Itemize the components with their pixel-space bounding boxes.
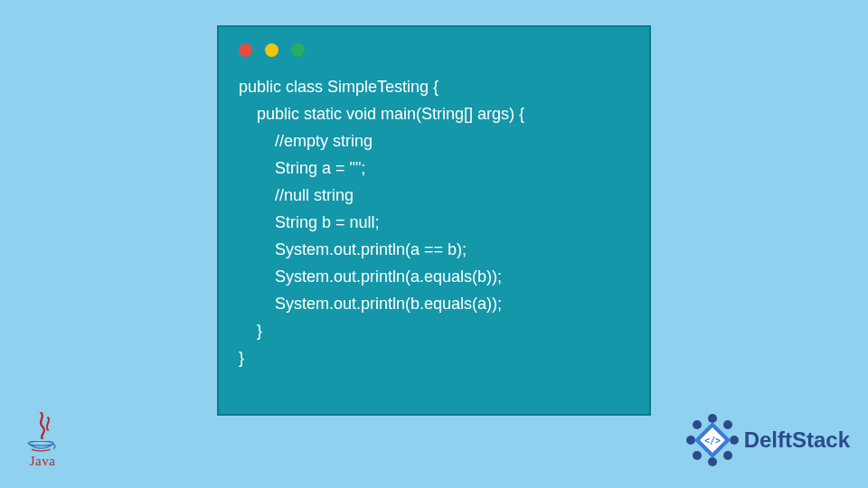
delftstack-brand-text: DelftStack: [744, 427, 850, 453]
java-steam-icon: [30, 412, 55, 439]
svg-point-0: [29, 441, 53, 446]
delftstack-emblem-glyph: </>: [704, 436, 721, 446]
svg-point-4: [723, 451, 732, 460]
code-block: public class SimpleTesting { public stat…: [239, 73, 629, 371]
java-logo: Java: [20, 412, 65, 475]
svg-point-6: [693, 451, 702, 460]
titlebar-dots: [239, 43, 629, 57]
code-window: public class SimpleTesting { public stat…: [217, 25, 651, 416]
svg-point-5: [708, 457, 717, 466]
window-minimize-dot: [265, 43, 278, 57]
window-close-dot: [239, 43, 252, 57]
delftstack-emblem-icon: </>: [686, 414, 739, 466]
window-zoom-dot: [291, 43, 305, 57]
java-logo-label: Java: [30, 454, 56, 469]
java-cup-icon: [24, 441, 61, 452]
svg-point-2: [723, 420, 732, 429]
svg-point-1: [708, 414, 717, 423]
svg-point-7: [686, 436, 695, 445]
svg-point-8: [693, 420, 702, 429]
delftstack-logo: </> DelftStack: [686, 414, 850, 466]
svg-point-3: [730, 436, 739, 445]
